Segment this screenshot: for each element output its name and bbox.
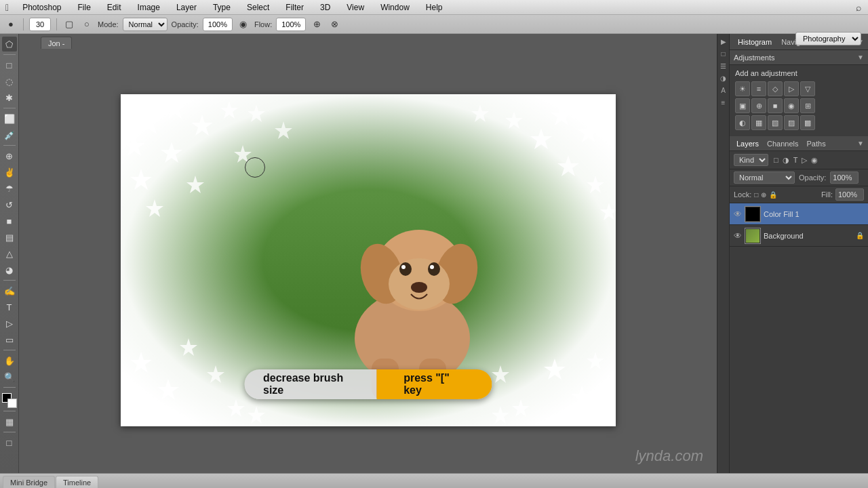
adj-curves-icon[interactable]: ◇ (768, 81, 783, 96)
text-tool[interactable]: T (2, 300, 17, 314)
menu-type[interactable]: Type (210, 3, 233, 12)
adj-icons-row-3: ◐ ▦ ▧ ▨ ▩ (735, 115, 863, 130)
path-select-tool[interactable]: ▷ (2, 316, 17, 331)
history-tool[interactable]: ↺ (2, 197, 17, 212)
blur-tool[interactable]: △ (2, 246, 17, 261)
brush-size-input[interactable]: 30 (29, 18, 51, 31)
tool-separator-7 (3, 411, 16, 411)
fill-value-input[interactable]: 100% (835, 188, 864, 201)
adj-colorbalance-icon[interactable]: ⊕ (751, 98, 766, 113)
adjustments-close[interactable]: ▼ (857, 54, 864, 61)
adj-gradient-icon[interactable]: ▨ (784, 115, 799, 130)
brush-picker-icon[interactable]: ○ (80, 18, 94, 31)
eyedropper-tool[interactable]: 💉 (2, 127, 17, 142)
layer-item-background[interactable]: 👁 Background 🔒 (730, 225, 868, 247)
pen-tool[interactable]: ✍ (2, 283, 17, 298)
brush-tool-icon[interactable]: ● (4, 18, 18, 31)
adj-photofilter-icon[interactable]: ◉ (784, 98, 799, 113)
strip-icon-2[interactable]: □ (719, 49, 726, 59)
lasso-tool[interactable]: ◌ (2, 74, 17, 89)
opacity-value-input[interactable]: 100% (830, 171, 859, 184)
filter-shape-icon[interactable]: ▷ (800, 155, 808, 165)
layers-panel-close[interactable]: ▼ (857, 140, 864, 147)
airbrush-icon[interactable]: ◉ (237, 18, 250, 31)
blend-mode-select[interactable]: Normal (734, 171, 795, 184)
workspace-selector[interactable]: Photography (795, 32, 861, 45)
screen-mode-btn[interactable]: □ (2, 435, 17, 450)
menu-filter[interactable]: Filter (283, 3, 307, 12)
crop-tool[interactable]: ⬜ (2, 111, 17, 126)
layers-filter-icons: □ ◑ T ▷ ◉ (772, 155, 819, 165)
lock-all-icon[interactable]: 🔒 (769, 191, 777, 199)
histogram-tab[interactable]: Histogram (734, 37, 776, 47)
menu-layer[interactable]: Layer (174, 3, 199, 12)
strip-icon-1[interactable]: ▶ (719, 37, 728, 47)
move-tool[interactable]: ⬠ (2, 37, 17, 52)
layer-item-colorfill[interactable]: 👁 Color Fill 1 (730, 203, 868, 225)
brush-tool[interactable]: ✌ (2, 165, 17, 180)
adj-invert-icon[interactable]: ◐ (735, 115, 750, 130)
layer-visibility-background[interactable]: 👁 (734, 231, 742, 241)
strip-icon-5[interactable]: A (719, 85, 727, 96)
adj-brightness-icon[interactable]: ☀ (735, 81, 750, 96)
lock-pixels-icon[interactable]: □ (754, 191, 758, 199)
strip-icon-4[interactable]: ◑ (719, 73, 728, 83)
menu-window[interactable]: Window (378, 3, 412, 12)
menu-view[interactable]: View (344, 3, 367, 12)
kind-select[interactable]: Kind (734, 154, 768, 166)
tablet-pressure-icon[interactable]: ⊕ (310, 18, 323, 31)
paths-tab[interactable]: Paths (804, 138, 829, 149)
eraser-tool[interactable]: ■ (2, 214, 17, 228)
filter-adj-icon[interactable]: ◑ (781, 155, 791, 165)
color-picker[interactable] (2, 393, 17, 408)
gradient-tool[interactable]: ▤ (2, 230, 17, 245)
adj-vibrance-icon[interactable]: ▽ (800, 81, 815, 96)
filter-type-icon[interactable]: T (792, 155, 800, 165)
adj-threshold-icon[interactable]: ▧ (768, 115, 783, 130)
timeline-tab[interactable]: Timeline (56, 476, 98, 488)
menu-edit[interactable]: Edit (104, 3, 124, 12)
strip-icon-6[interactable]: ≡ (720, 98, 727, 108)
lock-position-icon[interactable]: ⊕ (761, 191, 766, 199)
shape-tool[interactable]: ▭ (2, 332, 17, 347)
mode-select[interactable]: Normal (123, 18, 167, 31)
dodge-tool[interactable]: ◕ (2, 262, 17, 277)
quick-select-tool[interactable]: ✱ (2, 90, 17, 105)
adj-exposure-icon[interactable]: ▷ (784, 81, 799, 96)
adj-hsl-icon[interactable]: ▣ (735, 98, 750, 113)
healing-tool[interactable]: ⊕ (2, 148, 17, 163)
canvas[interactable]: decrease brush size press "[" key (121, 94, 616, 426)
menu-image[interactable]: Image (135, 3, 163, 12)
tablet-flow-icon[interactable]: ⊗ (328, 18, 341, 31)
adj-bw-icon[interactable]: ■ (768, 98, 783, 113)
layer-visibility-colorfill[interactable]: 👁 (734, 209, 742, 219)
adj-selectivecolor-icon[interactable]: ▩ (800, 115, 815, 130)
menu-3d[interactable]: 3D (317, 3, 333, 12)
quick-mask-btn[interactable]: ▦ (2, 414, 17, 429)
zoom-tool[interactable]: 🔍 (2, 369, 17, 384)
lock-row: Lock: □ ⊕ 🔒 Fill: 100% (730, 186, 868, 203)
adj-posterize-icon[interactable]: ▦ (751, 115, 766, 130)
layers-tab[interactable]: Layers (734, 138, 762, 149)
clone-tool[interactable]: ☂ (2, 181, 17, 196)
strip-icon-3[interactable]: ☰ (719, 61, 728, 71)
search-icon[interactable]: ⌕ (856, 2, 861, 13)
brush-options-icon[interactable]: ▢ (62, 18, 76, 31)
mini-bridge-tab[interactable]: Mini Bridge (3, 476, 55, 488)
background-color[interactable] (7, 399, 17, 408)
flow-label: Flow: (254, 20, 272, 28)
marquee-tool[interactable]: □ (2, 58, 17, 73)
opacity-input[interactable]: 100% (203, 18, 233, 31)
document-tab[interactable]: Jon - (41, 37, 72, 49)
menu-help[interactable]: Help (423, 3, 446, 12)
menu-photoshop[interactable]: Photoshop (20, 3, 64, 12)
hand-tool[interactable]: ✋ (2, 353, 17, 368)
menu-select[interactable]: Select (244, 3, 272, 12)
adj-channelmix-icon[interactable]: ⊞ (800, 98, 815, 113)
channels-tab[interactable]: Channels (764, 138, 801, 149)
flow-input[interactable]: 100% (276, 18, 306, 31)
adj-levels-icon[interactable]: ≡ (751, 81, 766, 96)
filter-pixel-icon[interactable]: □ (772, 155, 780, 165)
menu-file[interactable]: File (75, 3, 94, 12)
filter-smartobj-icon[interactable]: ◉ (810, 155, 819, 165)
